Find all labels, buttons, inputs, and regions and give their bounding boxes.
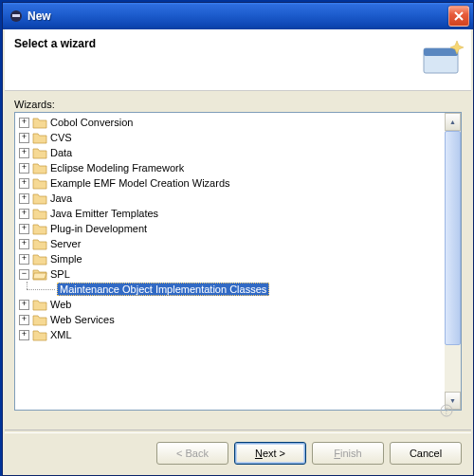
tree-content: +Cobol Conversion+CVS+Data+Eclipse Model… [15, 113, 445, 411]
tree-leaf[interactable]: Maintenance Object Implementation Classe… [15, 282, 445, 297]
titlebar[interactable]: New [3, 3, 473, 29]
tree-item-label: Simple [50, 253, 82, 265]
svg-rect-3 [424, 48, 458, 56]
tree-item-label: XML [50, 329, 72, 340]
wizard-tree[interactable]: +Cobol Conversion+CVS+Data+Eclipse Model… [14, 112, 462, 411]
expand-icon[interactable]: + [19, 163, 29, 174]
scrollbar[interactable]: ▲ ▼ [445, 113, 461, 410]
expand-icon[interactable]: + [19, 300, 29, 310]
tree-item-label: Server [50, 238, 81, 249]
folder-icon [32, 313, 47, 326]
folder-icon [32, 131, 47, 144]
tree-connector [19, 282, 57, 297]
tree-item-label: Eclipse Modeling Framework [50, 162, 184, 174]
folder-icon [32, 192, 47, 205]
folder-icon [32, 146, 47, 159]
finish-button[interactable]: Finish [312, 442, 384, 465]
tree-item-label: Maintenance Object Implementation Classe… [57, 283, 269, 296]
tree-folder[interactable]: +XML [15, 327, 445, 342]
close-button[interactable] [448, 6, 469, 27]
tree-item-label: Web [50, 299, 71, 310]
tree-item-label: Example EMF Model Creation Wizards [50, 177, 230, 189]
tree-folder[interactable]: +Data [15, 145, 445, 160]
folder-icon [32, 237, 47, 250]
scroll-track[interactable] [445, 131, 461, 392]
folder-icon [32, 298, 47, 311]
folder-icon [32, 252, 47, 265]
expand-icon[interactable]: + [19, 209, 29, 219]
expand-icon[interactable]: + [19, 133, 29, 143]
expand-icon[interactable]: + [19, 118, 29, 128]
dialog-window: New Select a wizard Wizards: +Cobol Conv… [2, 2, 474, 476]
folder-icon [32, 176, 47, 190]
expand-icon[interactable]: + [19, 330, 29, 340]
expand-icon[interactable]: + [19, 315, 29, 325]
tree-folder[interactable]: +Simple [15, 251, 445, 266]
banner-title: Select a wizard [14, 37, 96, 50]
tree-folder[interactable]: +Eclipse Modeling Framework [15, 160, 445, 175]
tree-item-label: Java [50, 192, 72, 204]
back-button[interactable]: < Back [156, 442, 228, 465]
dialog-body: Select a wizard Wizards: +Cobol Conversi… [3, 29, 473, 475]
tree-folder[interactable]: +Example EMF Model Creation Wizards [15, 175, 445, 191]
folder-icon [32, 161, 47, 174]
tree-item-label: Web Services [50, 314, 115, 325]
folder-icon [32, 116, 47, 129]
tree-folder[interactable]: +CVS [15, 130, 445, 145]
folder-icon [32, 207, 47, 220]
expand-icon[interactable]: + [19, 224, 29, 234]
tree-folder[interactable]: +Web [15, 297, 445, 312]
folder-icon [32, 267, 47, 281]
tree-item-label: CVS [50, 132, 72, 143]
tree-item-label: Cobol Conversion [50, 117, 133, 128]
cancel-button[interactable]: Cancel [390, 442, 462, 465]
help-icon[interactable]: ? [439, 403, 454, 418]
tree-folder[interactable]: +Plug-in Development [15, 221, 445, 236]
banner: Select a wizard [5, 29, 471, 91]
tree-item-label: Plug-in Development [50, 223, 147, 234]
folder-icon [32, 222, 47, 235]
expand-icon[interactable]: + [19, 193, 29, 204]
tree-item-label: Java Emitter Templates [50, 208, 158, 219]
expand-icon[interactable]: + [19, 239, 29, 249]
tree-item-label: Data [50, 147, 72, 158]
svg-rect-1 [12, 14, 20, 17]
expand-icon[interactable]: + [19, 148, 29, 158]
tree-label: Wizards: [14, 99, 462, 110]
window-title: New [27, 9, 448, 23]
next-button[interactable]: Next > [234, 442, 306, 465]
expand-icon[interactable]: + [19, 178, 29, 189]
tree-folder[interactable]: +Cobol Conversion [15, 115, 445, 130]
tree-folder[interactable]: +Java [15, 191, 445, 206]
svg-text:?: ? [445, 406, 449, 416]
scroll-thumb[interactable] [445, 131, 461, 345]
expand-icon[interactable]: + [19, 254, 29, 265]
button-bar: < Back Next > Finish Cancel [5, 433, 471, 473]
center-area: Wizards: +Cobol Conversion+CVS+Data+Ecli… [5, 91, 471, 416]
scroll-up-button[interactable]: ▲ [445, 113, 461, 131]
tree-item-label: SPL [50, 268, 70, 280]
folder-icon [32, 328, 47, 341]
tree-folder[interactable]: +Server [15, 236, 445, 251]
collapse-icon[interactable]: − [19, 269, 29, 280]
tree-folder[interactable]: +Web Services [15, 312, 445, 327]
tree-folder[interactable]: −SPL [15, 266, 445, 282]
new-wizard-icon [418, 37, 464, 79]
tree-folder[interactable]: +Java Emitter Templates [15, 206, 445, 221]
app-icon [9, 9, 24, 24]
